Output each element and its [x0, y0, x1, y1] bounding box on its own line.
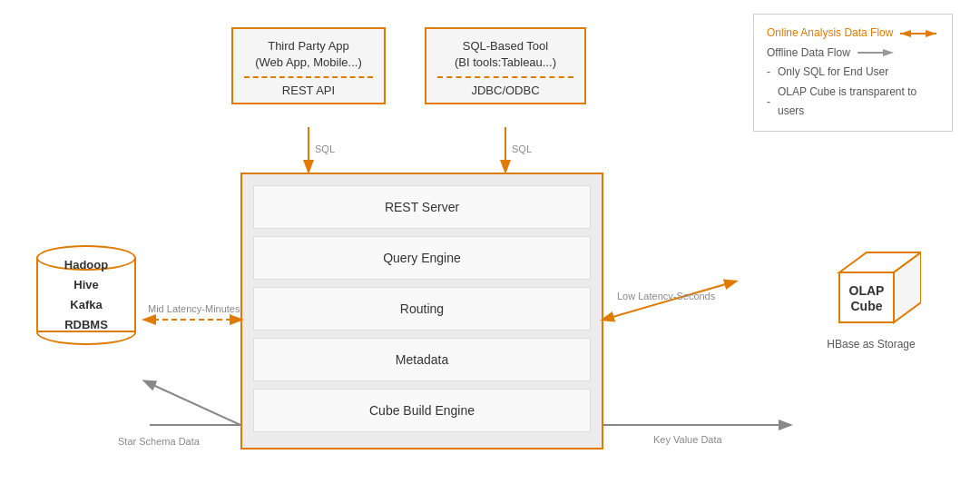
metadata-row: Metadata [253, 338, 591, 381]
svg-line-20 [145, 381, 240, 425]
svg-text:SQL: SQL [512, 143, 532, 154]
legend-offline: Offline Data Flow [767, 44, 939, 64]
svg-text:Cube: Cube [851, 299, 883, 313]
svg-text:Mid Latency-Minutes: Mid Latency-Minutes [148, 303, 240, 314]
hadoop-box: HadoopHiveKafkaRDBMS [27, 245, 145, 345]
svg-line-17 [603, 282, 735, 320]
olap-box: OLAP Cube HBase as Storage [808, 236, 935, 351]
routing-row: Routing [253, 287, 591, 331]
hadoop-cylinder: HadoopHiveKafkaRDBMS [36, 245, 136, 345]
third-party-box: Third Party App(Web App, Mobile...) REST… [231, 27, 386, 104]
svg-text:SQL: SQL [315, 143, 335, 154]
diagram-container: Online Analysis Data Flow Offline Data F… [0, 0, 980, 484]
sql-tool-box: SQL-Based Tool(BI tools:Tableau...) JDBC… [425, 27, 586, 104]
query-engine-row: Query Engine [253, 236, 591, 280]
olap-cube-svg: OLAP Cube [821, 236, 921, 331]
jdbc-label: JDBC/ODBC [437, 76, 573, 97]
svg-text:Star Schema Data: Star Schema Data [118, 436, 201, 447]
svg-text:Key Value Data: Key Value Data [653, 434, 723, 445]
legend-online: Online Analysis Data Flow [767, 24, 939, 44]
third-party-title: Third Party App(Web App, Mobile...) [244, 38, 373, 71]
legend-sql: -Only SQL for End User [767, 63, 939, 83]
svg-marker-3 [900, 30, 911, 37]
hbase-label: HBase as Storage [808, 338, 935, 351]
svg-text:Low Latency-Seconds: Low Latency-Seconds [617, 291, 716, 301]
svg-marker-5 [883, 49, 894, 56]
legend-olap-transparent: -OLAP Cube is transparent to users [767, 83, 939, 122]
sql-tool-title: SQL-Based Tool(BI tools:Tableau...) [437, 38, 573, 71]
legend-box: Online Analysis Data Flow Offline Data F… [753, 14, 953, 132]
rest-api-label: REST API [244, 76, 373, 97]
rest-server-row: REST Server [253, 185, 591, 229]
svg-text:OLAP: OLAP [849, 283, 885, 298]
cube-build-row: Cube Build Engine [253, 389, 591, 432]
main-engine-box: REST Server Query Engine Routing Metadat… [240, 173, 603, 449]
